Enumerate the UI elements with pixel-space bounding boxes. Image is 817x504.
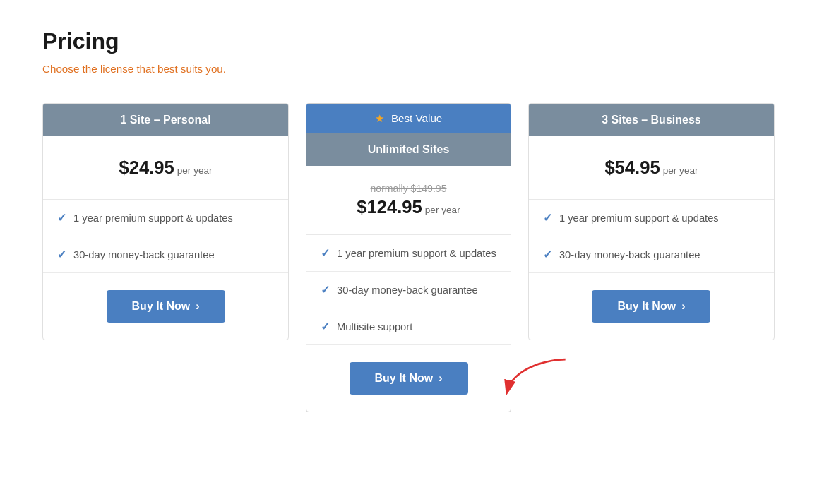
feature-item: ✓ Multisite support: [306, 308, 511, 345]
feature-item: ✓ 1 year premium support & updates: [529, 200, 774, 236]
plan-business-buy-section: Buy It Now ›: [529, 273, 774, 340]
buy-now-business-button[interactable]: Buy It Now ›: [592, 290, 710, 323]
page-subtitle: Choose the license that best suits you.: [42, 63, 775, 75]
plan-unlimited-price-section: normally $149.95 $124.95per year: [306, 166, 511, 235]
buy-now-personal-button[interactable]: Buy It Now ›: [107, 290, 225, 323]
plan-unlimited-original-price: normally $149.95: [371, 183, 447, 194]
star-icon: ★: [375, 112, 384, 124]
plan-personal-price-section: $24.95per year: [43, 136, 288, 200]
check-icon: ✓: [57, 248, 66, 261]
plan-unlimited-price: $124.95per year: [357, 197, 460, 217]
arrow-right-icon: ›: [196, 300, 199, 313]
plan-unlimited-buy-section: Buy It Now ›: [306, 345, 511, 412]
arrow-annotation: [501, 352, 578, 405]
check-icon: ✓: [321, 246, 330, 260]
plan-unlimited-features: ✓ 1 year premium support & updates ✓ 30-…: [306, 235, 511, 345]
plan-business-price-section: $54.95per year: [529, 136, 774, 200]
check-icon: ✓: [57, 211, 66, 224]
plan-personal-features: ✓ 1 year premium support & updates ✓ 30-…: [43, 200, 288, 273]
plan-unlimited: ★ Best Value Unlimited Sites normally $1…: [306, 103, 511, 412]
plan-unlimited-wrapper: ★ Best Value Unlimited Sites normally $1…: [306, 103, 511, 412]
plan-business-header: 3 Sites – Business: [529, 104, 774, 136]
check-icon: ✓: [543, 211, 552, 224]
feature-item: ✓ 30-day money-back guarantee: [306, 272, 511, 308]
plan-business-features: ✓ 1 year premium support & updates ✓ 30-…: [529, 200, 774, 273]
plan-personal-buy-section: Buy It Now ›: [43, 273, 288, 340]
buy-now-unlimited-button[interactable]: Buy It Now ›: [350, 362, 468, 395]
plan-unlimited-header: Unlimited Sites: [306, 133, 511, 166]
feature-item: ✓ 30-day money-back guarantee: [43, 236, 288, 273]
plan-business: 3 Sites – Business $54.95per year ✓ 1 ye…: [528, 103, 775, 340]
feature-item: ✓ 1 year premium support & updates: [43, 200, 288, 236]
arrow-right-icon: ›: [439, 372, 442, 385]
plan-personal-header: 1 Site – Personal: [43, 104, 288, 136]
pricing-container: 1 Site – Personal $24.95per year ✓ 1 yea…: [42, 103, 775, 412]
page-title: Pricing: [42, 28, 775, 54]
check-icon: ✓: [543, 248, 552, 261]
arrow-right-icon: ›: [681, 300, 685, 313]
check-icon: ✓: [321, 320, 330, 333]
best-value-banner: ★ Best Value: [306, 104, 511, 133]
plan-personal-price: $24.95per year: [119, 157, 212, 178]
plan-business-price: $54.95per year: [604, 157, 698, 178]
feature-item: ✓ 1 year premium support & updates: [306, 235, 511, 272]
check-icon: ✓: [321, 283, 330, 296]
plan-personal: 1 Site – Personal $24.95per year ✓ 1 yea…: [42, 103, 289, 340]
feature-item: ✓ 30-day money-back guarantee: [529, 236, 774, 273]
